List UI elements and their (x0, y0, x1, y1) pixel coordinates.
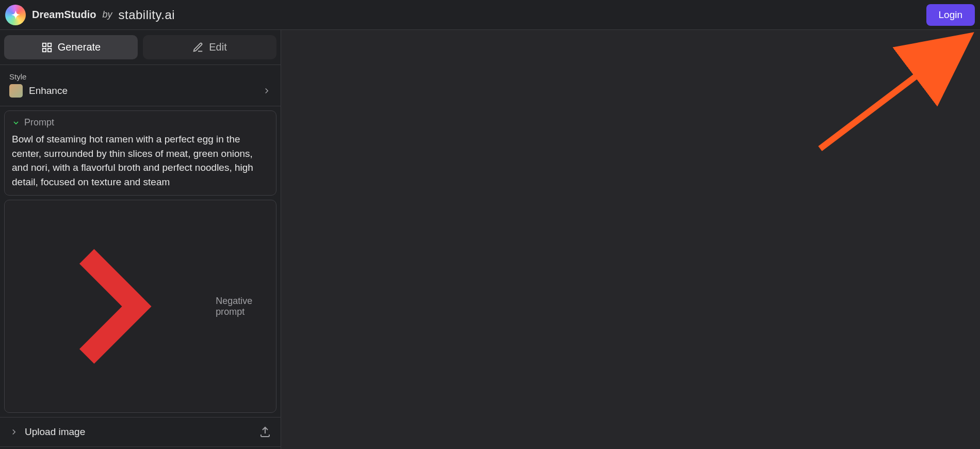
prompt-box[interactable]: Prompt Bowl of steaming hot ramen with a… (4, 110, 276, 196)
edit-icon (192, 42, 204, 53)
style-selected: Enhance (29, 85, 68, 97)
negative-prompt-box[interactable]: Negative prompt (4, 200, 276, 413)
logo-icon: ✦ (5, 5, 26, 25)
chevron-right-icon (9, 427, 19, 437)
chevron-right-icon (12, 206, 211, 406)
brand-by: by (102, 9, 112, 20)
annotation-arrow (805, 30, 980, 164)
sidebar: Generate Edit Style Enhance (0, 30, 281, 449)
chevron-down-icon (12, 119, 20, 127)
mode-tabs: Generate Edit (0, 30, 281, 65)
tab-edit[interactable]: Edit (143, 35, 276, 59)
style-section: Style Enhance (0, 65, 281, 106)
svg-rect-2 (43, 48, 46, 51)
brand-name: DreamStudio (32, 9, 96, 21)
tab-edit-label: Edit (209, 41, 226, 53)
svg-line-7 (820, 43, 959, 149)
prompt-text[interactable]: Bowl of steaming hot ramen with a perfec… (12, 132, 269, 189)
settings-section: Settings 1 : 1 (0, 447, 281, 449)
negative-prompt-title: Negative prompt (216, 296, 269, 317)
topbar: ✦ DreamStudio by stability.ai Login (0, 0, 980, 30)
svg-rect-0 (43, 43, 46, 46)
canvas-area (281, 30, 980, 449)
grid-icon (41, 42, 53, 53)
brand-stability: stability.ai (118, 8, 175, 22)
upload-icon[interactable] (259, 426, 271, 438)
tab-generate-label: Generate (58, 41, 101, 53)
prompt-title: Prompt (24, 117, 54, 128)
brand: ✦ DreamStudio by stability.ai (5, 5, 175, 25)
upload-image-row[interactable]: Upload image (0, 418, 281, 446)
style-selector[interactable]: Enhance (0, 84, 281, 106)
upload-section: Upload image (0, 418, 281, 447)
tab-generate[interactable]: Generate (4, 35, 138, 59)
prompt-section: Prompt Bowl of steaming hot ramen with a… (0, 106, 281, 418)
settings-header[interactable]: Settings (0, 447, 281, 449)
upload-label: Upload image (25, 426, 85, 438)
style-thumbnail (9, 84, 23, 98)
login-button[interactable]: Login (926, 4, 975, 26)
svg-rect-1 (48, 43, 51, 46)
chevron-right-icon (262, 86, 271, 95)
svg-rect-3 (48, 48, 51, 51)
style-label: Style (0, 65, 281, 84)
